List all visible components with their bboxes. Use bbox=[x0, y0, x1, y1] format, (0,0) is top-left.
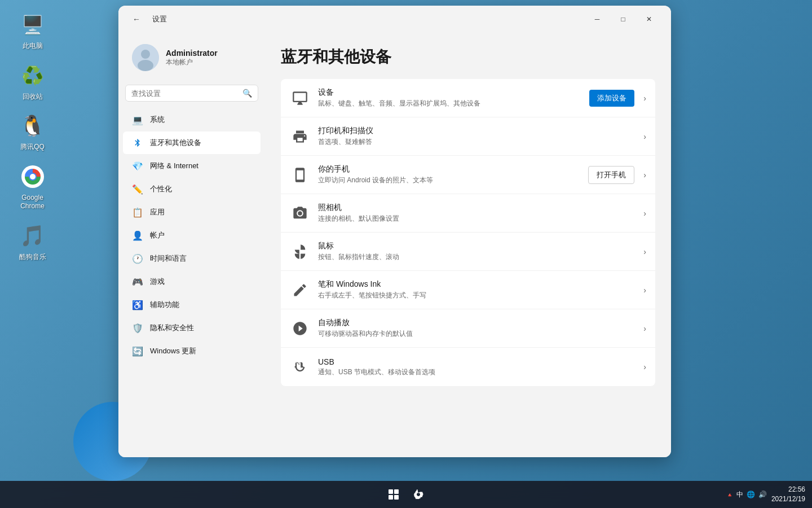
card-item-devices[interactable]: 设备 鼠标、键盘、触笔、音频、显示器和扩展坞、其他设备 添加设备 › bbox=[281, 79, 655, 117]
tray-up-arrow[interactable]: 🔺 bbox=[726, 492, 733, 498]
desktop-icon-chrome[interactable]: Google Chrome bbox=[11, 163, 54, 211]
add-device-button[interactable]: 添加设备 bbox=[589, 90, 634, 107]
card-item-mouse[interactable]: 鼠标 按钮、鼠标指针速度、滚动 › bbox=[281, 233, 655, 271]
sidebar-item-system[interactable]: 💻 系统 bbox=[123, 108, 261, 131]
search-input[interactable] bbox=[131, 89, 242, 98]
close-button[interactable]: ✕ bbox=[636, 10, 662, 28]
title-bar-nav: ← 设置 bbox=[127, 10, 167, 28]
svg-rect-6 bbox=[389, 489, 393, 494]
sidebar-item-personalize[interactable]: ✏️ 个性化 bbox=[123, 178, 261, 200]
window-body: Administrator 本地帐户 🔍 💻 系统 bbox=[118, 33, 671, 457]
system-label: 系统 bbox=[150, 115, 165, 125]
open-phone-button[interactable]: 打开手机 bbox=[588, 166, 634, 184]
camera-text: 照相机 连接的相机、默认图像设置 bbox=[318, 203, 639, 224]
time-icon: 🕐 bbox=[132, 253, 143, 264]
phone-chevron: › bbox=[643, 170, 646, 179]
main-content: 蓝牙和其他设备 设备 鼠标、键盘、触笔、音频、显示器和扩展坞、其他设备 bbox=[265, 33, 671, 457]
sidebar-item-accounts[interactable]: 👤 帐户 bbox=[123, 224, 261, 247]
usb-subtitle: 通知、USB 节电模式、移动设备首选项 bbox=[318, 367, 639, 377]
maximize-button[interactable]: □ bbox=[610, 10, 636, 28]
qq-label: 腾讯QQ bbox=[20, 143, 45, 152]
devices-title: 设备 bbox=[318, 87, 589, 98]
svg-rect-7 bbox=[394, 489, 399, 494]
start-button[interactable] bbox=[382, 483, 405, 506]
sidebar-item-network[interactable]: 💎 网络 & Internet bbox=[123, 155, 261, 177]
desktop-icon-recycle-bin[interactable]: ♻️ 回收站 bbox=[11, 62, 54, 102]
card-item-camera[interactable]: 照相机 连接的相机、默认图像设置 › bbox=[281, 194, 655, 233]
desktop-icons: 🖥️ 此电脑 ♻️ 回收站 🐧 腾讯QQ bbox=[11, 11, 54, 262]
card-item-autoplay[interactable]: 自动播放 可移动驱动器和内存卡的默认值 › bbox=[281, 309, 655, 348]
desktop-icon-qq[interactable]: 🐧 腾讯QQ bbox=[11, 112, 54, 152]
user-name: Administrator bbox=[166, 49, 218, 58]
svg-point-2 bbox=[30, 174, 36, 179]
usb-action: › bbox=[639, 362, 646, 371]
usb-text: USB 通知、USB 节电模式、移动设备首选项 bbox=[318, 357, 639, 377]
pen-action: › bbox=[639, 286, 646, 295]
desktop-icon-my-computer[interactable]: 🖥️ 此电脑 bbox=[11, 11, 54, 51]
card-item-phone[interactable]: 你的手机 立即访问 Android 设备的照片、文本等 打开手机 › bbox=[281, 156, 655, 194]
camera-subtitle: 连接的相机、默认图像设置 bbox=[318, 214, 639, 224]
user-account-type: 本地帐户 bbox=[166, 58, 218, 67]
search-box[interactable]: 🔍 bbox=[125, 85, 258, 102]
desktop: 🖥️ 此电脑 ♻️ 回收站 🐧 腾讯QQ bbox=[0, 0, 812, 508]
back-button[interactable]: ← bbox=[127, 10, 145, 28]
sidebar-item-privacy[interactable]: 🛡️ 隐私和安全性 bbox=[123, 317, 261, 339]
privacy-label: 隐私和安全性 bbox=[150, 323, 194, 333]
taskbar-center bbox=[382, 483, 430, 506]
mouse-text: 鼠标 按钮、鼠标指针速度、滚动 bbox=[318, 241, 639, 262]
mouse-subtitle: 按钮、鼠标指针速度、滚动 bbox=[318, 252, 639, 262]
sidebar-item-update[interactable]: 🔄 Windows 更新 bbox=[123, 340, 261, 362]
user-profile[interactable]: Administrator 本地帐户 bbox=[123, 37, 261, 78]
autoplay-chevron: › bbox=[643, 324, 646, 333]
phone-subtitle: 立即访问 Android 设备的照片、文本等 bbox=[318, 176, 588, 185]
my-computer-icon: 🖥️ bbox=[19, 11, 46, 38]
phone-text: 你的手机 立即访问 Android 设备的照片、文本等 bbox=[318, 164, 588, 185]
update-label: Windows 更新 bbox=[150, 346, 196, 356]
pen-subtitle: 右手或左手、笔按钮快捷方式、手写 bbox=[318, 291, 639, 300]
sidebar-item-apps[interactable]: 📋 应用 bbox=[123, 201, 261, 224]
clock-time: 22:56 bbox=[771, 485, 805, 494]
card-item-printers[interactable]: 打印机和扫描仪 首选项、疑难解答 › bbox=[281, 117, 655, 156]
sidebar-item-accessibility[interactable]: ♿ 辅助功能 bbox=[123, 294, 261, 316]
taskbar-settings-button[interactable] bbox=[407, 483, 430, 506]
camera-title: 照相机 bbox=[318, 203, 639, 213]
chrome-icon bbox=[19, 163, 46, 190]
usb-icon bbox=[290, 357, 310, 377]
accessibility-label: 辅助功能 bbox=[150, 300, 179, 310]
user-avatar bbox=[132, 44, 159, 71]
printers-title: 打印机和扫描仪 bbox=[318, 126, 639, 136]
tray-network[interactable]: 🌐 bbox=[747, 491, 755, 498]
taskbar: 🔺 中 🌐 🔊 22:56 2021/12/19 bbox=[0, 481, 812, 508]
system-tray: 🔺 中 🌐 🔊 bbox=[726, 490, 767, 500]
tray-volume[interactable]: 🔊 bbox=[758, 491, 767, 498]
printers-icon bbox=[290, 126, 310, 147]
bluetooth-label: 蓝牙和其他设备 bbox=[150, 138, 201, 148]
search-icon[interactable]: 🔍 bbox=[242, 89, 252, 98]
sidebar-item-time[interactable]: 🕐 时间和语言 bbox=[123, 247, 261, 270]
desktop-icon-kugou[interactable]: 🎵 酷狗音乐 bbox=[11, 222, 54, 262]
sidebar-item-gaming[interactable]: 🎮 游戏 bbox=[123, 270, 261, 293]
page-title: 蓝牙和其他设备 bbox=[281, 46, 655, 68]
printers-text: 打印机和扫描仪 首选项、疑难解答 bbox=[318, 126, 639, 147]
mouse-title: 鼠标 bbox=[318, 241, 639, 251]
tray-input-method[interactable]: 中 bbox=[736, 490, 743, 500]
phone-icon bbox=[290, 165, 310, 185]
recycle-bin-label: 回收站 bbox=[23, 93, 43, 102]
minimize-button[interactable]: ─ bbox=[584, 10, 610, 28]
card-item-pen[interactable]: 笔和 Windows Ink 右手或左手、笔按钮快捷方式、手写 › bbox=[281, 271, 655, 309]
autoplay-subtitle: 可移动驱动器和内存卡的默认值 bbox=[318, 329, 639, 339]
chrome-label: Google Chrome bbox=[11, 194, 54, 211]
apps-label: 应用 bbox=[150, 207, 165, 217]
kugou-label: 酷狗音乐 bbox=[19, 253, 46, 262]
devices-action: 添加设备 › bbox=[589, 90, 646, 107]
devices-chevron: › bbox=[643, 94, 646, 103]
svg-point-5 bbox=[138, 60, 153, 71]
clock-date: 2021/12/19 bbox=[771, 494, 805, 504]
sidebar-item-bluetooth[interactable]: 蓝牙和其他设备 bbox=[123, 132, 261, 154]
mouse-icon bbox=[290, 242, 310, 262]
taskbar-clock[interactable]: 22:56 2021/12/19 bbox=[771, 485, 805, 504]
autoplay-action: › bbox=[639, 324, 646, 333]
devices-subtitle: 鼠标、键盘、触笔、音频、显示器和扩展坞、其他设备 bbox=[318, 99, 589, 108]
privacy-icon: 🛡️ bbox=[132, 322, 143, 334]
card-item-usb[interactable]: USB 通知、USB 节电模式、移动设备首选项 › bbox=[281, 348, 655, 386]
